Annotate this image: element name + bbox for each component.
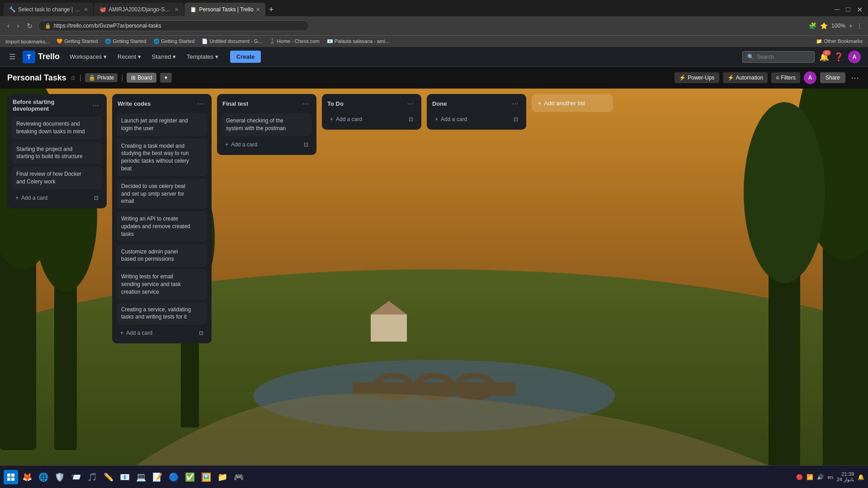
restore-button[interactable]: □ bbox=[844, 4, 852, 16]
zoom-in-icon[interactable]: + bbox=[849, 22, 853, 29]
bookmark-icon[interactable]: ⭐ bbox=[820, 22, 828, 29]
card-7[interactable]: Writing an API to create updates and rem… bbox=[117, 211, 207, 241]
add-list-button[interactable]: + Add another list bbox=[532, 94, 613, 112]
bookmarks-bar: Import bookmarks... 🧡 Getting Started 🌐 … bbox=[0, 35, 868, 47]
bookmark-4[interactable]: 📄 Untitled document - G... bbox=[202, 38, 262, 44]
list-1-menu-button[interactable]: ⋯ bbox=[90, 100, 101, 111]
taskbar-firefox[interactable]: 🦊 bbox=[20, 470, 34, 484]
card-2[interactable]: Starting the project and starting to bui… bbox=[12, 142, 102, 164]
help-icon[interactable]: ❓ bbox=[834, 52, 844, 62]
list-5-menu-button[interactable]: ⋯ bbox=[510, 99, 521, 109]
taskbar-ide[interactable]: 💻 bbox=[134, 470, 148, 484]
close-button[interactable]: ✕ bbox=[855, 4, 864, 16]
tab-1[interactable]: 🔧 Select task to change | Djan... × bbox=[4, 3, 93, 16]
bookmark-1[interactable]: 🧡 Getting Started bbox=[57, 38, 98, 44]
card-4[interactable]: Launch jwt and register and login the us… bbox=[117, 113, 207, 136]
bookmark-5[interactable]: ♟️ Home - Chess.com bbox=[269, 38, 320, 44]
list-before-starting: Before starting development ⋯ Reviewing … bbox=[7, 94, 107, 208]
nav-icons: 🧩 ⭐ 100% + ⋮ bbox=[809, 22, 863, 29]
taskbar-game[interactable]: 🎮 bbox=[231, 470, 246, 484]
search-icon: 🔍 bbox=[747, 54, 754, 60]
list-4-add-card-button[interactable]: + Add a card ⊡ bbox=[326, 113, 417, 125]
list-4-menu-button[interactable]: ⋯ bbox=[405, 99, 416, 109]
card-11[interactable]: General checking of the system with the … bbox=[222, 113, 312, 136]
board-view-button[interactable]: ⊞ Board bbox=[127, 73, 156, 83]
taskbar-tasks[interactable]: ✅ bbox=[183, 470, 197, 484]
create-button[interactable]: Create bbox=[230, 51, 261, 63]
bookmark-2[interactable]: 🌐 Getting Started bbox=[105, 38, 146, 44]
recent-menu[interactable]: Recent ▾ bbox=[113, 51, 146, 63]
share-button[interactable]: Share bbox=[820, 72, 845, 83]
card-8[interactable]: Customize admin panel based on permissio… bbox=[117, 244, 207, 267]
taskbar-lang[interactable]: en bbox=[827, 474, 833, 480]
minimize-button[interactable]: ─ bbox=[833, 4, 841, 16]
card-5[interactable]: Creating a task model and studying the b… bbox=[117, 139, 207, 176]
taskbar-icon-blue[interactable]: 🔵 bbox=[166, 470, 181, 484]
board-view-label: Board bbox=[137, 75, 152, 81]
board-star-icon[interactable]: ☆ bbox=[70, 74, 76, 81]
sidebar-toggle-button[interactable]: ☰ bbox=[7, 51, 17, 63]
back-button[interactable]: ‹ bbox=[5, 20, 11, 32]
notifications[interactable]: 🔔 37 bbox=[819, 52, 829, 62]
tab-2-close[interactable]: × bbox=[175, 6, 178, 13]
taskbar-spotify[interactable]: 🎵 bbox=[85, 470, 99, 484]
add-icon-3: + bbox=[225, 141, 228, 148]
card-3-text: Final review of how Docker and Celery wo… bbox=[16, 170, 87, 186]
taskbar-telegram[interactable]: 📨 bbox=[69, 470, 83, 484]
tab-3-close[interactable]: × bbox=[256, 6, 260, 13]
power-ups-button[interactable]: ⚡ Power-Ups bbox=[675, 72, 719, 83]
bookmark-6[interactable]: 📧 Palauta salasana - ami... bbox=[327, 38, 389, 44]
automation-icon: ⚡ bbox=[727, 75, 734, 81]
list-3-menu-button[interactable]: ⋯ bbox=[300, 99, 311, 109]
new-tab-button[interactable]: + bbox=[266, 5, 277, 14]
visibility-tag[interactable]: 🔒 Private bbox=[85, 73, 118, 82]
tab-3[interactable]: 📋 Personal Tasks | Trello × bbox=[184, 3, 265, 16]
settings-icon[interactable]: ⋮ bbox=[856, 22, 863, 29]
refresh-button[interactable]: ↻ bbox=[25, 20, 34, 32]
forward-button[interactable]: › bbox=[15, 20, 21, 32]
starred-menu[interactable]: Starred ▾ bbox=[147, 51, 180, 63]
taskbar-notification[interactable]: 🔔 bbox=[858, 474, 864, 480]
tab-2[interactable]: 🐙 AMIRJA2002/Django-Sc... × bbox=[94, 3, 184, 16]
start-button[interactable] bbox=[4, 470, 18, 484]
bookmark-import[interactable]: Import bookmarks... bbox=[5, 39, 49, 44]
template-icon[interactable]: ⊡ bbox=[94, 195, 99, 201]
list-5-add-card-button[interactable]: + Add a card ⊡ bbox=[431, 113, 522, 125]
card-1[interactable]: Reviewing documents and breaking down ta… bbox=[12, 117, 102, 139]
taskbar-shield[interactable]: 🛡️ bbox=[52, 470, 67, 484]
tab-1-close[interactable]: × bbox=[84, 6, 88, 13]
card-10[interactable]: Creating a service, validating tasks and… bbox=[117, 302, 207, 325]
more-options-button[interactable]: ⋯ bbox=[849, 71, 861, 84]
workspaces-menu[interactable]: Workspaces ▾ bbox=[65, 51, 111, 63]
taskbar-code[interactable]: 📝 bbox=[150, 470, 165, 484]
extensions-icon[interactable]: 🧩 bbox=[809, 22, 816, 29]
address-bar[interactable]: 🔒 https://trello.com/b/GvzwP7ar/personal… bbox=[38, 20, 309, 31]
user-avatar[interactable]: A bbox=[848, 51, 861, 63]
templates-menu[interactable]: Templates ▾ bbox=[182, 51, 223, 63]
bookmark-other[interactable]: 📁 Other Bookmarks bbox=[816, 38, 863, 44]
list-1-title: Before starting development bbox=[13, 99, 90, 112]
bookmark-3[interactable]: 🌐 Getting Started bbox=[153, 38, 194, 44]
automation-button[interactable]: ⚡ Automation bbox=[723, 72, 768, 83]
list-2-add-card-button[interactable]: + Add a card ⊡ bbox=[117, 327, 207, 339]
card-4-text: Launch jwt and register and login the us… bbox=[121, 117, 192, 132]
template-icon-4[interactable]: ⊡ bbox=[409, 116, 413, 122]
taskbar-draw[interactable]: ✏️ bbox=[101, 470, 116, 484]
filters-button[interactable]: ≡ Filters bbox=[771, 72, 800, 83]
view-options-button[interactable]: ▾ bbox=[160, 73, 172, 83]
list-2-menu-button[interactable]: ⋯ bbox=[195, 99, 206, 109]
card-3[interactable]: Final review of how Docker and Celery wo… bbox=[12, 167, 102, 189]
card-9[interactable]: Writing tests for email sending service … bbox=[117, 269, 207, 299]
taskbar-mail[interactable]: 📧 bbox=[118, 470, 132, 484]
taskbar-edge[interactable]: 🌐 bbox=[36, 470, 51, 484]
template-icon-2[interactable]: ⊡ bbox=[199, 330, 203, 336]
template-icon-5[interactable]: ⊡ bbox=[514, 116, 518, 122]
list-3-add-card-button[interactable]: + Add a card ⊡ bbox=[222, 139, 312, 150]
template-icon-3[interactable]: ⊡ bbox=[304, 141, 308, 148]
list-1-add-card-button[interactable]: + Add a card ⊡ bbox=[12, 192, 102, 204]
card-6[interactable]: Decided to use celery beat and set up sm… bbox=[117, 179, 207, 209]
list-4-header: To Do ⋯ bbox=[326, 99, 417, 111]
taskbar-files[interactable]: 📁 bbox=[215, 470, 230, 484]
search-box[interactable]: 🔍 Search bbox=[742, 51, 815, 63]
taskbar-image[interactable]: 🖼️ bbox=[199, 470, 213, 484]
